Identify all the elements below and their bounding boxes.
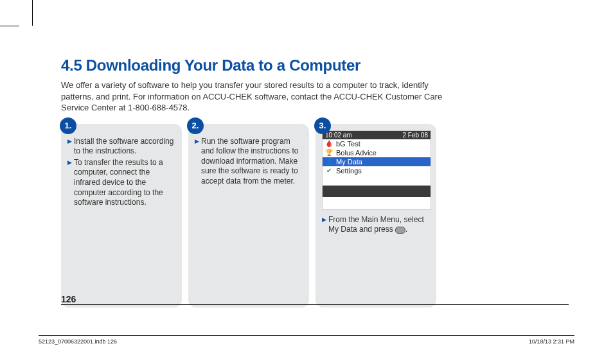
step-1-bullet-2-text: To transfer the results to a computer, c… [74, 158, 175, 208]
step-2-card: 2. ▶ Run the software program and follow… [188, 124, 309, 308]
crop-mark [19, 0, 33, 26]
bolus-icon: 🏆 [325, 149, 333, 157]
meter-bottom-bar [323, 186, 431, 197]
step-3-bullet-1-text-a: From the Main Menu, select My Data and p… [328, 215, 424, 234]
ok-button-icon [395, 227, 405, 234]
intro-paragraph: We offer a variety of software to help y… [61, 80, 459, 114]
print-footer: 52123_07006322001.indb 126 10/18/13 2:31… [39, 335, 574, 345]
step-1-bullet-2: ▶ To transfer the results to a computer,… [67, 158, 175, 208]
step-3-card: 3. 10:02 am 2 Feb 08 🩸 bG Test 🏆 Bolus A… [315, 124, 436, 308]
meter-date: 2 Feb 08 [403, 132, 428, 139]
step-1-badge: 1. [60, 117, 76, 134]
page-number: 126 [61, 294, 76, 304]
meter-menu-settings-label: Settings [336, 167, 362, 175]
step-3-bullet-1: ▶ From the Main Menu, select My Data and… [322, 215, 430, 235]
page-content: 4.5 Downloading Your Data to a Computer … [61, 56, 569, 308]
step-1-card: 1. ▶ Install the software according to t… [61, 124, 182, 308]
meter-screenshot: 10:02 am 2 Feb 08 🩸 bG Test 🏆 Bolus Advi… [322, 130, 431, 210]
page-number-row: 126 [61, 304, 569, 318]
footer-right: 10/18/13 2:31 PM [529, 338, 574, 345]
meter-menu-bg-test: 🩸 bG Test [323, 139, 431, 148]
blood-drop-icon: 🩸 [325, 140, 333, 148]
step-1-bullet-1-text: Install the software according to the in… [74, 137, 175, 157]
step-1-body: ▶ Install the software according to the … [67, 137, 175, 208]
section-heading: 4.5 Downloading Your Data to a Computer [61, 56, 569, 74]
step-3-bullet-1-text-b: . [405, 225, 407, 234]
meter-menu-bg-test-label: bG Test [336, 140, 360, 148]
meter-menu-bolus-advice: 🏆 Bolus Advice [323, 148, 431, 157]
check-icon: ✔ [325, 167, 333, 175]
person-icon: 👤 [325, 158, 333, 166]
footer-left: 52123_07006322001.indb 126 [39, 338, 117, 345]
meter-menu-bolus-advice-label: Bolus Advice [336, 149, 377, 157]
triangle-icon: ▶ [322, 216, 326, 235]
steps-row: 1. ▶ Install the software according to t… [61, 124, 569, 308]
step-3-badge: 3. [314, 117, 331, 134]
step-3-body: ▶ From the Main Menu, select My Data and… [322, 215, 430, 235]
meter-time: 10:02 am [325, 132, 352, 139]
step-3-bullet-1-text: From the Main Menu, select My Data and p… [328, 215, 430, 235]
triangle-icon: ▶ [67, 138, 72, 157]
step-2-bullet-1: ▶ Run the software program and follow th… [195, 137, 303, 187]
meter-menu-settings: ✔ Settings [323, 166, 431, 175]
meter-menu-my-data: 👤 My Data [323, 157, 431, 166]
triangle-icon: ▶ [195, 138, 199, 187]
triangle-icon: ▶ [67, 159, 72, 208]
step-2-body: ▶ Run the software program and follow th… [195, 137, 303, 187]
step-2-badge: 2. [187, 117, 204, 134]
meter-menu: 🩸 bG Test 🏆 Bolus Advice 👤 My Data ✔ Set… [323, 139, 431, 175]
meter-menu-my-data-label: My Data [336, 158, 362, 166]
meter-status-bar: 10:02 am 2 Feb 08 [323, 131, 431, 139]
step-2-bullet-1-text: Run the software program and follow the … [201, 137, 303, 187]
step-1-bullet-1: ▶ Install the software according to the … [67, 137, 175, 157]
